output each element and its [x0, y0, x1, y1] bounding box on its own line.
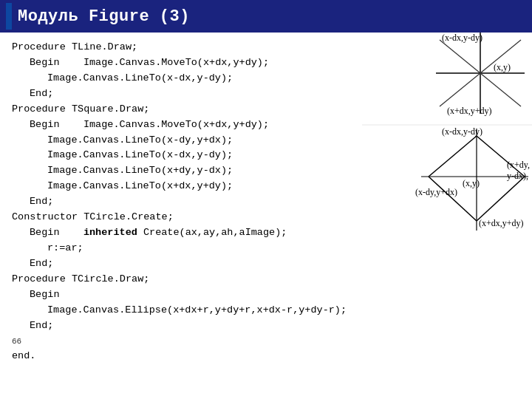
code-line-7: Image.Canvas.LineTo(x-dy,y+dx); — [12, 133, 350, 149]
code-line-3: Image.Canvas.LineTo(x-dx,y-dy); — [12, 71, 350, 86]
code-line-5: Procedure TSquare.Draw; — [12, 102, 350, 117]
svg-line-11 — [429, 136, 477, 177]
code-line-17: Begin — [12, 287, 350, 303]
diagram-area: (x-dx,y-dy) (x,y) (x+dx,y+dy) (x-dx,y-dy… — [362, 33, 532, 399]
diagram-svg: (x-dx,y-dy) (x,y) (x+dx,y+dy) (x-dx,y-dy… — [362, 33, 532, 269]
code-area: Procedure TLine.Draw; Begin Image.Canvas… — [0, 33, 362, 399]
code-line-13: Begin inherited Create(ax,ay,ah,aImage); — [12, 225, 350, 241]
code-line-14: r:=ar; — [12, 241, 350, 256]
svg-line-9 — [477, 177, 525, 221]
code-line-4: End; — [12, 86, 350, 102]
svg-text:y-dx),: y-dx), — [507, 171, 528, 181]
code-line-2: Begin Image.Canvas.MoveTo(x+dx,y+dy); — [12, 55, 350, 71]
page-num: 66 — [12, 337, 21, 346]
code-line-12: Constructor TCircle.Create; — [12, 210, 350, 225]
code-line-10: Image.Canvas.LineTo(x+dx,y+dy); — [12, 179, 350, 194]
header: Модуль Figure (3) — [0, 0, 532, 33]
code-line-18: Image.Canvas.Ellipse(x+dx+r,y+dy+r,x+dx-… — [12, 303, 350, 318]
code-line-16: Procedure TCircle.Draw; — [12, 272, 350, 287]
code-line-15: End; — [12, 256, 350, 272]
code-line-1: Procedure TLine.Draw; — [12, 40, 350, 55]
code-line-11: End; — [12, 194, 350, 210]
header-bar — [6, 3, 12, 30]
svg-text:(x+dy,: (x+dy, — [507, 160, 530, 170]
svg-text:(x-dx,y-dy): (x-dx,y-dy) — [442, 126, 482, 137]
svg-text:(x,y): (x,y) — [494, 62, 511, 72]
code-line-21: end. — [12, 349, 350, 364]
code-line-6: Begin Image.Canvas.MoveTo(x+dx,y+dy); — [12, 117, 350, 133]
svg-text:(x+dx,y+dy): (x+dx,y+dy) — [447, 106, 492, 116]
svg-text:(x-dx,y-dy): (x-dx,y-dy) — [442, 33, 482, 43]
code-line-8: Image.Canvas.LineTo(x-dx,y-dy); — [12, 148, 350, 163]
code-line-9: Image.Canvas.LineTo(x+dy,y-dx); — [12, 163, 350, 179]
code-line-19: End; — [12, 318, 350, 334]
svg-text:(x+dx,y+dy): (x+dx,y+dy) — [479, 218, 524, 228]
code-line-20: 66 — [12, 334, 350, 349]
svg-text:(x,y): (x,y) — [463, 178, 480, 188]
header-title: Модуль Figure (3) — [18, 7, 190, 26]
svg-text:(x-dy,y+dx): (x-dy,y+dx) — [415, 187, 457, 197]
